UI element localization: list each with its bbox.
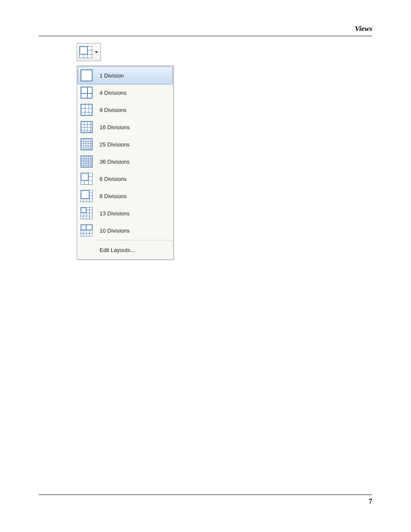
menu-item-label: 13 Divisions [95, 210, 130, 217]
menu-item-4-divisions[interactable]: 4 Divisions [78, 84, 172, 101]
menu-item-6-divisions[interactable]: 6 Divisions [78, 170, 172, 187]
menu-item-13-divisions[interactable]: 13 Divisions [78, 205, 172, 222]
menu-item-label: 4 Divisions [95, 90, 127, 96]
menu-item-36-divisions[interactable]: 36 Divisions [78, 153, 172, 170]
menu-item-label: 8 Divisions [95, 193, 127, 199]
grid-6x6-icon [81, 156, 93, 168]
menu-item-label: 9 Divisions [95, 107, 127, 113]
menu-item-label: 36 Divisions [95, 159, 130, 165]
menu-separator [95, 240, 172, 240]
menu-item-label: Edit Layouts… [95, 247, 136, 253]
layout-13-icon [81, 207, 93, 219]
header-title: Views [355, 25, 372, 33]
layout-8-icon [81, 190, 93, 202]
menu-item-label: 10 Divisions [95, 227, 130, 234]
page-footer: 7 [39, 495, 372, 507]
grid-5x5-icon [81, 138, 93, 150]
chevron-down-icon [95, 51, 98, 53]
menu-item-25-divisions[interactable]: 25 Divisions [78, 136, 172, 153]
layout-dropdown-button[interactable] [77, 43, 101, 61]
menu-item-16-divisions[interactable]: 16 Divisions [78, 118, 172, 136]
menu-item-8-divisions[interactable]: 8 Divisions [78, 187, 172, 205]
layout-10-icon [81, 224, 93, 236]
menu-item-9-divisions[interactable]: 9 Divisions [78, 101, 172, 118]
menu-item-edit-layouts[interactable]: Edit Layouts… [78, 241, 172, 258]
layout-toolbar-icon [79, 46, 92, 58]
menu-item-label: 6 Divisions [95, 176, 127, 182]
layout-6-icon [81, 173, 93, 185]
menu-item-1-division[interactable]: 1 Division [78, 66, 173, 84]
layout-widget: 1 Division 4 Divisions [77, 43, 174, 260]
grid-1-icon [81, 69, 93, 81]
menu-item-10-divisions[interactable]: 10 Divisions [78, 222, 172, 239]
page-header: Views [39, 24, 372, 36]
menu-item-label: 1 Division [95, 72, 124, 79]
layout-menu: 1 Division 4 Divisions [77, 65, 174, 260]
page: Views 1 Division [0, 0, 411, 532]
grid-2x2-icon [81, 87, 93, 99]
grid-3x3-icon [81, 104, 93, 116]
page-number: 7 [369, 498, 372, 505]
grid-4x4-icon [81, 121, 93, 133]
menu-item-label: 16 Divisions [95, 124, 130, 131]
menu-item-label: 25 Divisions [95, 141, 130, 148]
